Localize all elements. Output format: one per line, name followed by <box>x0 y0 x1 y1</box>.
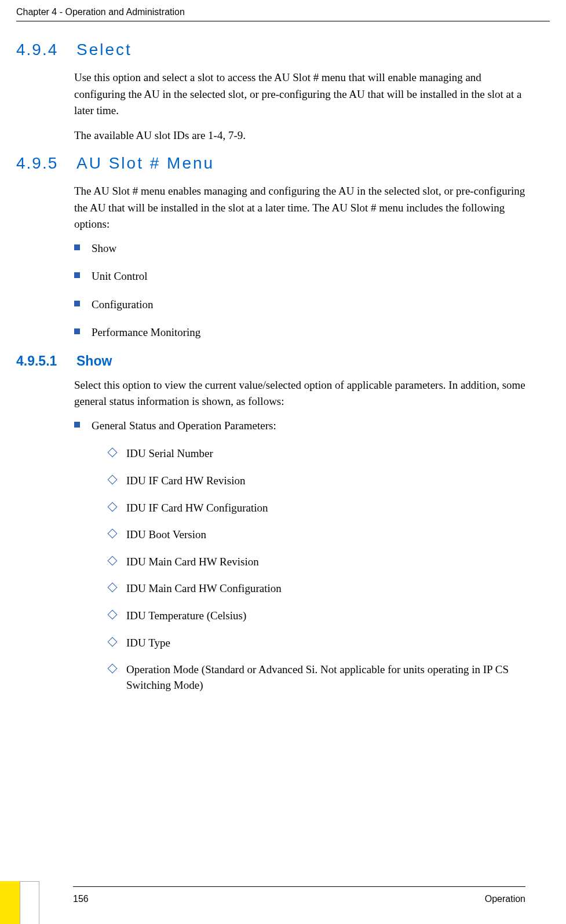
section-title: Select <box>76 41 132 59</box>
paragraph: The AU Slot # menu enables managing and … <box>74 183 525 233</box>
list-item: IDU Temperature (Celsius) <box>109 608 525 624</box>
paragraph: Use this option and select a slot to acc… <box>74 70 525 119</box>
header-rule <box>16 21 550 21</box>
list-item: Performance Monitoring <box>74 325 525 341</box>
list-item: Show <box>74 241 525 257</box>
list-item: Unit Control <box>74 269 525 284</box>
page-header: Chapter 4 - Operation and Administration <box>16 7 550 17</box>
page-number: 156 <box>73 894 89 904</box>
page-tab-outline <box>20 881 39 924</box>
list-item: IDU Main Card HW Revision <box>109 554 525 570</box>
list-item: Configuration <box>74 297 525 313</box>
list-item: General Status and Operation Parameters: <box>74 418 525 434</box>
list-item: IDU IF Card HW Configuration <box>109 501 525 516</box>
footer-label: Operation <box>485 894 525 904</box>
section-495-heading: 4.9.5 AU Slot # Menu <box>16 154 525 173</box>
section-title: AU Slot # Menu <box>76 154 214 173</box>
section-number: 4.9.4 <box>16 41 74 59</box>
bullet-list: General Status and Operation Parameters: <box>74 418 525 434</box>
list-item: IDU Main Card HW Configuration <box>109 581 525 597</box>
page-tab-yellow <box>0 881 20 924</box>
list-item: IDU Type <box>109 636 525 651</box>
sub-list: IDU Serial Number IDU IF Card HW Revisio… <box>109 446 525 693</box>
section-number: 4.9.5.1 <box>16 353 74 369</box>
page-content: 4.9.4 Select Use this option and select … <box>16 41 525 704</box>
paragraph: The available AU slot IDs are 1-4, 7-9. <box>74 127 525 144</box>
section-4951-heading: 4.9.5.1 Show <box>16 353 525 369</box>
list-item: IDU IF Card HW Revision <box>109 473 525 489</box>
section-number: 4.9.5 <box>16 154 74 173</box>
list-item: IDU Boot Version <box>109 527 525 543</box>
paragraph: Select this option to view the current v… <box>74 377 525 410</box>
footer-rule <box>73 886 525 887</box>
section-title: Show <box>76 353 112 369</box>
section-494-heading: 4.9.4 Select <box>16 41 525 59</box>
list-item: Operation Mode (Standard or Advanced Si.… <box>109 662 525 693</box>
list-item: IDU Serial Number <box>109 446 525 462</box>
bullet-list: Show Unit Control Configuration Performa… <box>74 241 525 341</box>
